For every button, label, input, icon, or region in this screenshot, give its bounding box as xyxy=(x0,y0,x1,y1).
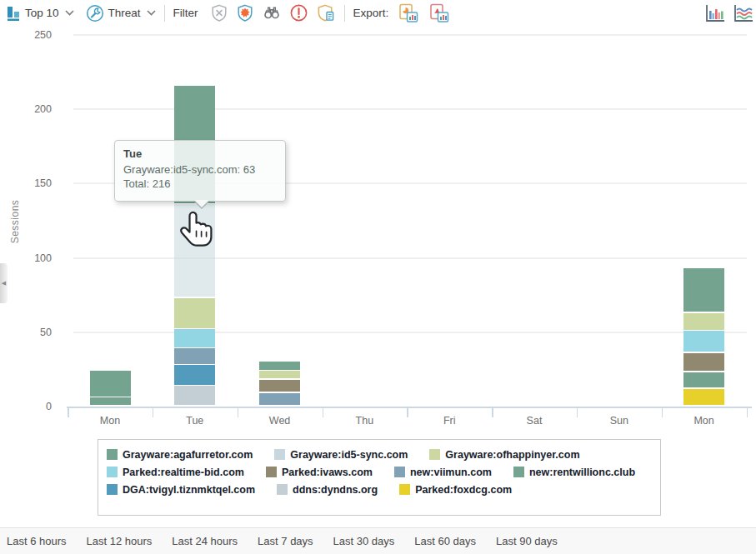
legend-label: new:viimun.com xyxy=(410,467,492,478)
bar-segment[interactable] xyxy=(174,329,215,347)
legend-item[interactable]: Parked:foxdcg.com xyxy=(399,481,512,498)
x-axis-tick xyxy=(492,408,493,417)
attribute-selector[interactable]: Threat xyxy=(86,4,156,22)
time-range-link[interactable]: Last 6 hours xyxy=(7,535,67,547)
shield-malware-icon[interactable] xyxy=(236,3,254,22)
legend-swatch xyxy=(107,449,118,460)
legend-item[interactable]: Parked:realtime-bid.com xyxy=(107,463,244,481)
x-axis-label: Fri xyxy=(416,415,483,427)
bar-segment[interactable] xyxy=(683,372,724,387)
x-axis-tick xyxy=(238,408,239,417)
legend-item[interactable]: new:rentwillionc.club xyxy=(513,463,635,481)
time-range-bar: Last 6 hoursLast 12 hoursLast 24 hoursLa… xyxy=(0,527,756,554)
legend-item[interactable]: Grayware:ofhappinyer.com xyxy=(429,446,579,463)
time-range-link[interactable]: Last 90 days xyxy=(496,535,558,547)
bar-segment[interactable] xyxy=(683,389,724,406)
top-n-selector[interactable]: Top 10 xyxy=(7,5,74,22)
time-range-link[interactable]: Last 7 days xyxy=(258,535,313,547)
export-pdf-icon[interactable] xyxy=(429,3,450,23)
bar-chart-icon xyxy=(7,5,21,22)
top-n-label: Top 10 xyxy=(25,7,59,19)
bar-segment[interactable] xyxy=(90,397,131,405)
legend-item[interactable]: DGA:tvigyl.tiznmktqel.com xyxy=(107,481,255,498)
legend-swatch xyxy=(399,484,410,495)
time-range-link[interactable]: Last 24 hours xyxy=(172,535,238,547)
alert-circle-icon[interactable] xyxy=(289,3,308,22)
legend-item[interactable]: new:viimun.com xyxy=(394,463,492,481)
gridline xyxy=(73,34,747,36)
stream-chart-view-icon[interactable] xyxy=(733,3,754,23)
wrench-icon xyxy=(86,4,104,22)
bar-segment[interactable] xyxy=(174,348,215,363)
legend-swatch xyxy=(429,449,440,460)
legend-label: Grayware:ofhappinyer.com xyxy=(445,449,579,461)
bar-segment[interactable] xyxy=(683,313,724,330)
x-axis-label: Mon xyxy=(77,415,143,427)
x-axis-tick xyxy=(68,408,69,417)
bar-segment[interactable] xyxy=(90,371,131,397)
filter-label: Filter xyxy=(173,7,198,19)
legend-label: Parked:foxdcg.com xyxy=(415,484,512,496)
legend-label: new:rentwillionc.club xyxy=(529,467,635,478)
legend-label: Parked:ivaws.com xyxy=(282,467,373,478)
binoculars-icon[interactable] xyxy=(262,3,282,22)
y-axis-title: Sessions xyxy=(9,184,21,259)
bar-segment[interactable] xyxy=(174,365,215,384)
toolbar-separator xyxy=(344,5,345,22)
time-range-link[interactable]: Last 12 hours xyxy=(87,535,153,547)
legend-label: Parked:realtime-bid.com xyxy=(123,467,244,478)
bar-segment[interactable] xyxy=(259,393,300,406)
bar-segment[interactable] xyxy=(259,380,300,392)
legend-swatch xyxy=(394,467,405,477)
attribute-label: Threat xyxy=(108,7,141,19)
x-axis-tick xyxy=(153,408,154,417)
time-range-link[interactable]: Last 30 days xyxy=(333,535,395,547)
bar-segment[interactable] xyxy=(683,353,724,372)
chart-legend: Grayware:agafurretor.comGrayware:id5-syn… xyxy=(98,439,661,516)
bar-segment[interactable] xyxy=(259,371,300,378)
y-axis-tick-label: 100 xyxy=(10,252,52,264)
bar-segment[interactable] xyxy=(259,362,300,369)
column-chart-view-icon[interactable] xyxy=(704,3,726,23)
legend-swatch xyxy=(274,449,285,460)
tooltip-series-value: Grayware:id5-sync.com: 63 xyxy=(123,162,277,177)
x-axis-tick xyxy=(323,408,324,417)
y-axis-tick-label: 0 xyxy=(10,401,52,412)
bar-segment[interactable] xyxy=(174,204,215,297)
x-axis-label: Sun xyxy=(586,415,653,427)
tooltip-title: Tue xyxy=(123,147,277,160)
chevron-left-icon: ◀ xyxy=(2,280,6,287)
panel-collapse-handle[interactable]: ◀ xyxy=(0,263,8,303)
legend-swatch xyxy=(277,484,288,495)
legend-item[interactable]: Grayware:agafurretor.com xyxy=(107,446,253,463)
x-axis-line xyxy=(67,407,752,408)
export-report-icon[interactable] xyxy=(398,3,419,23)
bar-segment[interactable] xyxy=(683,331,724,352)
bar-segment[interactable] xyxy=(174,298,215,328)
legend-label: Grayware:id5-sync.com xyxy=(290,449,408,461)
x-axis-label: Tue xyxy=(162,415,228,427)
bar-segment[interactable] xyxy=(683,268,724,312)
bar-segment[interactable] xyxy=(174,386,215,405)
legend-item[interactable]: ddns:dyndns.org xyxy=(277,481,378,498)
legend-label: DGA:tvigyl.tiznmktqel.com xyxy=(123,484,255,496)
x-axis-label: Wed xyxy=(247,415,313,427)
y-axis-tick-label: 150 xyxy=(10,177,52,189)
stacked-bar-chart: Sessions 050100150200250MonTueWedThuFriS… xyxy=(0,26,756,436)
toolbar: Top 10 Threat Filter xyxy=(0,0,756,26)
toolbar-separator xyxy=(164,5,165,22)
legend-item[interactable]: Grayware:id5-sync.com xyxy=(274,446,408,463)
x-axis-label: Mon xyxy=(671,415,738,427)
shield-x-icon[interactable] xyxy=(210,3,228,22)
legend-item[interactable]: Parked:ivaws.com xyxy=(266,463,373,481)
y-axis-tick-label: 50 xyxy=(10,327,52,338)
time-range-link[interactable]: Last 60 days xyxy=(414,535,476,547)
threat-dashboard: Top 10 Threat Filter xyxy=(0,0,756,554)
x-axis-tick xyxy=(577,408,578,417)
x-axis-label: Sat xyxy=(501,415,568,427)
legend-swatch xyxy=(513,467,524,477)
tooltip-arrow xyxy=(193,201,210,209)
y-axis-tick-label: 250 xyxy=(10,29,52,41)
shield-log-icon[interactable] xyxy=(316,3,336,22)
legend-swatch xyxy=(266,467,277,477)
